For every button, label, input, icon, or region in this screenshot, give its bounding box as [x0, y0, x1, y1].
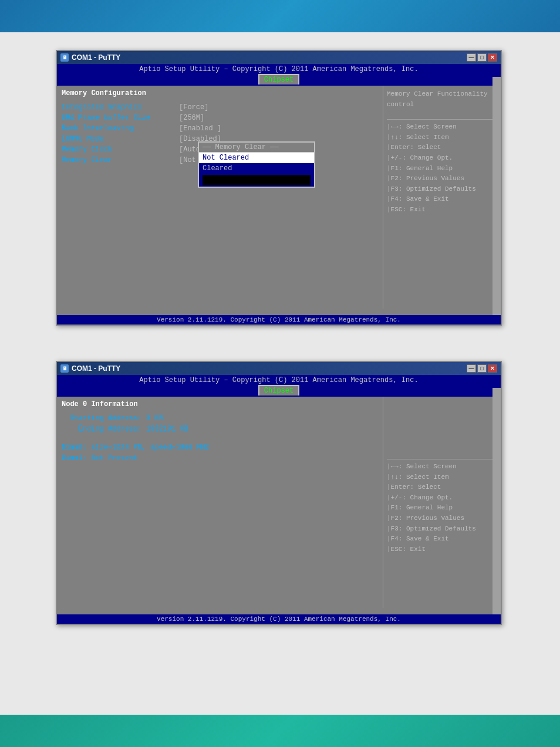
bios-body-2: Node 0 Information Starting Address: 0 K…: [57, 397, 501, 608]
help-description-1: Memory Clear Functionalitycontrol: [387, 89, 497, 110]
bios-right-panel-1: Memory Clear Functionalitycontrol |←→: S…: [383, 86, 501, 309]
putty-icon-2: 🖥: [60, 364, 69, 373]
titlebar-buttons-1: — □ ✕: [467, 53, 497, 62]
bios-footer-2: Version 2.11.1219. Copyright (C) 2011 Am…: [57, 614, 501, 624]
info-starting-address: Starting Address: 0 KB: [62, 413, 378, 424]
close-button-1[interactable]: ✕: [488, 53, 497, 62]
maximize-button-1[interactable]: □: [477, 53, 487, 62]
section-title-1: Memory Configuration: [62, 89, 378, 97]
bios-left-panel-1: Memory Configuration Integrated Graphics…: [57, 86, 383, 309]
bios-footer-1: Version 2.11.1219. Copyright (C) 2011 Am…: [57, 315, 501, 325]
row-integrated-graphics: Integrated Graphics [Force]: [62, 102, 378, 113]
bios-tab-2[interactable]: Chipset: [258, 385, 299, 396]
dropdown-black-bar: [203, 175, 311, 185]
section-title-2: Node 0 Information: [62, 400, 378, 408]
divider-2: [387, 459, 497, 459]
minimize-button-2[interactable]: —: [467, 364, 476, 373]
bios-body-1: Memory Configuration Integrated Graphics…: [57, 86, 501, 309]
bottom-decorative-bar: [0, 715, 560, 747]
divider-1: [387, 119, 497, 120]
titlebar-1: 🖥 COM1 - PuTTY — □ ✕: [57, 51, 501, 64]
putty-window-2: 🖥 COM1 - PuTTY — □ ✕ Aptio Setup Utility…: [56, 361, 502, 625]
close-button-2[interactable]: ✕: [488, 364, 497, 373]
window2-title: COM1 - PuTTY: [72, 364, 120, 373]
minimize-button-1[interactable]: —: [467, 53, 476, 62]
bios-header-2: Aptio Setup Utility – Copyright (C) 2011…: [57, 375, 501, 397]
info-dimm1: Dimm1: Not Present: [62, 453, 378, 464]
bios-right-panel-2: |←→: Select Screen |↑↓: Select Item |Ent…: [383, 397, 501, 608]
maximize-button-2[interactable]: □: [477, 364, 487, 373]
dropdown-item-not-cleared[interactable]: Not Cleared: [199, 153, 314, 163]
scrollbar-1[interactable]: [492, 77, 501, 325]
titlebar-2: 🖥 COM1 - PuTTY — □ ✕: [57, 362, 501, 375]
scrollbar-2[interactable]: [492, 388, 501, 624]
info-ending-address: Ending Address: 1032191 KB: [62, 424, 378, 434]
top-decorative-bar: [0, 0, 560, 32]
memory-clear-dropdown[interactable]: ── Memory Clear ── Not Cleared Cleared: [198, 141, 315, 188]
window1-title: COM1 - PuTTY: [72, 53, 120, 62]
shortcuts-2: |←→: Select Screen |↑↓: Select Item |Ent…: [387, 462, 497, 555]
titlebar-buttons-2: — □ ✕: [467, 364, 497, 373]
putty-icon-1: 🖥: [60, 53, 69, 62]
dropdown-item-cleared[interactable]: Cleared: [199, 163, 314, 174]
dropdown-title: ── Memory Clear ──: [199, 143, 314, 153]
shortcuts-1: |←→: Select Screen |↑↓: Select Item |Ent…: [387, 122, 497, 215]
bios-left-panel-2: Node 0 Information Starting Address: 0 K…: [57, 397, 383, 608]
putty-window-1: 🖥 COM1 - PuTTY — □ ✕ Aptio Setup Utility…: [56, 50, 502, 326]
row-bank-interleaving: Bank Interleaving [Enabled ]: [62, 123, 378, 134]
bios-tab-1[interactable]: Chipset: [258, 74, 299, 84]
row-uma-frame-buffer: UMA Frame buffer Size [256M]: [62, 113, 378, 123]
info-dimm0: Dimm0: size=1024 MB, speed=1066 MHz: [62, 442, 378, 453]
bios-header-1: Aptio Setup Utility – Copyright (C) 2011…: [57, 64, 501, 86]
